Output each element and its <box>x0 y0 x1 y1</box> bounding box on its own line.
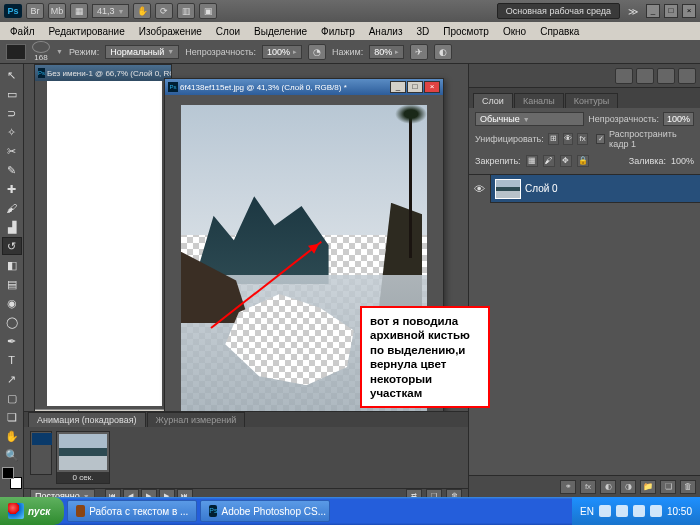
adjustment-layer-icon[interactable]: ◑ <box>620 480 636 494</box>
next-frame-button[interactable]: ▶ <box>159 489 175 497</box>
tool-preset-icon[interactable] <box>6 44 26 60</box>
layer-name[interactable]: Слой 0 <box>525 183 558 194</box>
blur-tool-icon[interactable]: ◉ <box>2 294 22 312</box>
close-button[interactable]: × <box>682 4 696 18</box>
bridge-icon[interactable]: Br <box>26 3 44 19</box>
layer-thumb[interactable] <box>495 179 521 199</box>
menu-select[interactable]: Выделение <box>248 25 313 38</box>
menu-view[interactable]: Просмотр <box>437 25 495 38</box>
marquee-tool-icon[interactable]: ▭ <box>2 85 22 103</box>
airbrush-icon[interactable]: ✈ <box>410 44 428 60</box>
blend-mode-select[interactable]: Нормальный▼ <box>105 45 179 59</box>
unify-style-icon[interactable]: fx <box>577 133 588 145</box>
screen-mode-icon[interactable]: ▣ <box>199 3 217 19</box>
lock-pixels-icon[interactable]: 🖌 <box>543 155 555 167</box>
doc1-canvas[interactable] <box>47 81 162 406</box>
prev-frame-button[interactable]: ◀ <box>123 489 139 497</box>
link-layers-icon[interactable]: ⚭ <box>560 480 576 494</box>
layer-fx-icon[interactable]: fx <box>580 480 596 494</box>
crop-tool-icon[interactable]: ✂ <box>2 142 22 160</box>
doc2-titlebar[interactable]: Ps 6f4138ef115et.jpg @ 41,3% (Слой 0, RG… <box>165 79 443 95</box>
expand-workspaces-icon[interactable]: ≫ <box>624 6 642 17</box>
menu-edit[interactable]: Редактирование <box>43 25 131 38</box>
pen-tool-icon[interactable]: ✒ <box>2 332 22 350</box>
delete-layer-icon[interactable]: 🗑 <box>680 480 696 494</box>
lasso-tool-icon[interactable]: ⊃ <box>2 104 22 122</box>
mini-bridge-icon[interactable]: Mb <box>48 3 66 19</box>
tab-paths[interactable]: Контуры <box>565 93 618 108</box>
new-frame-button[interactable]: ❏ <box>426 489 442 497</box>
tray-icon[interactable] <box>599 505 611 517</box>
menu-layers[interactable]: Слои <box>210 25 246 38</box>
view-extras-icon[interactable]: ▦ <box>70 3 88 19</box>
color-panel-icon[interactable] <box>615 68 633 84</box>
flow-field[interactable]: 80%▸ <box>369 45 404 59</box>
propagate-checkbox[interactable]: ✓ <box>596 134 605 144</box>
anim-frame-1[interactable]: 0 сек. <box>56 431 110 484</box>
last-frame-button[interactable]: ⏭ <box>177 489 193 497</box>
shape-tool-icon[interactable]: ▢ <box>2 389 22 407</box>
start-button[interactable]: пуск <box>0 497 64 525</box>
3d-tool-icon[interactable]: ❏ <box>2 408 22 426</box>
type-tool-icon[interactable]: T <box>2 351 22 369</box>
hand-tool-icon[interactable]: ✋ <box>133 3 151 19</box>
fill-field[interactable]: 100% <box>671 156 694 166</box>
menu-filter[interactable]: Фильтр <box>315 25 361 38</box>
brush-preview-icon[interactable] <box>32 41 50 53</box>
doc2-maximize-button[interactable]: □ <box>407 81 423 93</box>
delete-frame-button[interactable]: 🗑 <box>446 489 462 497</box>
tab-animation[interactable]: Анимация (покадровая) <box>28 412 146 427</box>
unify-vis-icon[interactable]: 👁 <box>563 133 574 145</box>
menu-help[interactable]: Справка <box>534 25 585 38</box>
document-window-1[interactable]: Ps Без имени-1 @ 66,7% (Слой 0, RGB/8) *… <box>34 64 172 424</box>
menu-image[interactable]: Изображение <box>133 25 208 38</box>
menu-file[interactable]: Файл <box>4 25 41 38</box>
task-button-1[interactable]: Работа с текстом в ... <box>67 500 197 522</box>
visibility-toggle-icon[interactable]: 👁 <box>469 175 491 203</box>
play-button[interactable]: ▶ <box>141 489 157 497</box>
layer-opacity-field[interactable]: 100% <box>663 112 694 126</box>
layer-row[interactable]: 👁 Слой 0 <box>469 175 700 203</box>
gradient-tool-icon[interactable]: ▤ <box>2 275 22 293</box>
group-icon[interactable]: 📁 <box>640 480 656 494</box>
tab-channels[interactable]: Каналы <box>514 93 564 108</box>
task-button-2[interactable]: PsAdobe Photoshop CS... <box>200 500 330 522</box>
lock-transparent-icon[interactable]: ▦ <box>526 155 538 167</box>
doc1-titlebar[interactable]: Ps Без имени-1 @ 66,7% (Слой 0, RGB/8) * <box>35 65 171 81</box>
zoom-level[interactable]: 41,3▼ <box>92 4 129 18</box>
pressure-opacity-icon[interactable]: ◔ <box>308 44 326 60</box>
rotate-view-icon[interactable]: ⟳ <box>155 3 173 19</box>
adjustments-panel-icon[interactable] <box>678 68 696 84</box>
frame-duration[interactable]: 0 сек. <box>57 472 109 483</box>
tray-icon[interactable] <box>650 505 662 517</box>
move-tool-icon[interactable]: ↖ <box>2 66 22 84</box>
minimize-button[interactable]: _ <box>646 4 660 18</box>
hand-tool-icon[interactable]: ✋ <box>2 427 22 445</box>
tween-button[interactable]: ⇄ <box>406 489 422 497</box>
menu-3d[interactable]: 3D <box>410 25 435 38</box>
styles-panel-icon[interactable] <box>657 68 675 84</box>
menu-analysis[interactable]: Анализ <box>363 25 409 38</box>
clock[interactable]: 10:50 <box>667 506 692 517</box>
tab-layers[interactable]: Слои <box>473 93 513 108</box>
eraser-tool-icon[interactable]: ◧ <box>2 256 22 274</box>
layer-mask-icon[interactable]: ◐ <box>600 480 616 494</box>
first-frame-button[interactable]: ⏮ <box>105 489 121 497</box>
brush-tool-icon[interactable]: 🖌 <box>2 199 22 217</box>
tab-measure-log[interactable]: Журнал измерений <box>147 412 246 427</box>
opacity-field[interactable]: 100%▸ <box>262 45 302 59</box>
stamp-tool-icon[interactable]: ▟ <box>2 218 22 236</box>
heal-tool-icon[interactable]: ✚ <box>2 180 22 198</box>
workspace-switcher[interactable]: Основная рабочая среда <box>497 3 620 19</box>
lock-position-icon[interactable]: ✥ <box>560 155 572 167</box>
loop-select[interactable]: Постоянно▼ <box>30 489 95 497</box>
eyedropper-tool-icon[interactable]: ✎ <box>2 161 22 179</box>
arrange-docs-icon[interactable]: ▥ <box>177 3 195 19</box>
swatches-panel-icon[interactable] <box>636 68 654 84</box>
dodge-tool-icon[interactable]: ◯ <box>2 313 22 331</box>
pressure-size-icon[interactable]: ◐ <box>434 44 452 60</box>
maximize-button[interactable]: □ <box>664 4 678 18</box>
wand-tool-icon[interactable]: ✧ <box>2 123 22 141</box>
language-indicator[interactable]: EN <box>580 506 594 517</box>
lock-all-icon[interactable]: 🔒 <box>577 155 589 167</box>
